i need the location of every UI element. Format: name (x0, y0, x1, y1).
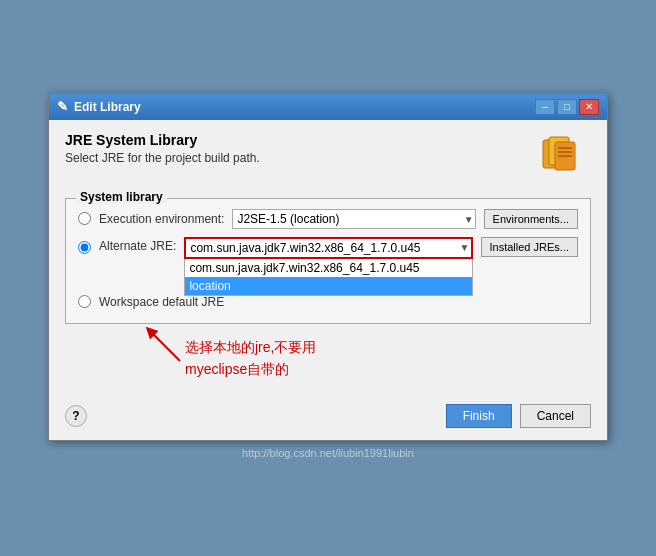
dropdown-option-2[interactable]: location (185, 277, 471, 295)
workspace-jre-radio[interactable] (78, 295, 91, 308)
alternate-jre-dropdown-arrow: ▼ (460, 242, 470, 253)
close-button[interactable]: ✕ (579, 99, 599, 115)
alternate-jre-row: Alternate JRE: com.sun.java.jdk7.win32.x… (78, 237, 578, 259)
group-label: System library (76, 190, 167, 204)
alternate-jre-label: Alternate JRE: (99, 239, 176, 253)
titlebar-icon: ✎ (57, 99, 68, 114)
workspace-jre-label: Workspace default JRE (99, 295, 224, 309)
annotation-text: 选择本地的jre,不要用 myeclipse自带的 (185, 336, 591, 381)
dialog-content: JRE System Library Select JRE for the pr… (49, 120, 607, 397)
alternate-jre-input[interactable]: com.sun.java.jdk7.win32.x86_64_1.7.0.u45… (184, 237, 472, 259)
header-text: JRE System Library Select JRE for the pr… (65, 132, 260, 165)
help-button[interactable]: ? (65, 405, 87, 427)
environments-button[interactable]: Environments... (484, 209, 578, 229)
alternate-jre-input-text: com.sun.java.jdk7.win32.x86_64_1.7.0.u45 (190, 241, 420, 255)
annotation-arrow (145, 326, 185, 369)
dialog-subtitle: Select JRE for the project build path. (65, 151, 260, 165)
alternate-jre-dropdown-list: com.sun.java.jdk7.win32.x86_64_1.7.0.u45… (184, 259, 472, 296)
annotation-line1: 选择本地的jre,不要用 (185, 336, 591, 358)
annotation-line2: myeclipse自带的 (185, 358, 591, 380)
edit-library-window: ✎ Edit Library – □ ✕ JRE System Library … (48, 93, 608, 442)
annotation-section: 选择本地的jre,不要用 myeclipse自带的 (185, 336, 591, 381)
execution-env-combo-wrapper: J2SE-1.5 (location) ▼ (232, 209, 475, 229)
system-library-group: System library Execution environment: J2… (65, 198, 591, 324)
minimize-button[interactable]: – (535, 99, 555, 115)
cancel-button[interactable]: Cancel (520, 404, 591, 428)
restore-button[interactable]: □ (557, 99, 577, 115)
dropdown-option-1[interactable]: com.sun.java.jdk7.win32.x86_64_1.7.0.u45 (185, 259, 471, 277)
installed-jres-button[interactable]: Installed JREs... (481, 237, 578, 257)
book-icon (539, 132, 591, 184)
dialog-title: JRE System Library (65, 132, 260, 148)
alternate-jre-radio[interactable] (78, 241, 91, 254)
watermark-text: http://blog.csdn.net/liubin1991liubin (242, 447, 414, 463)
execution-env-row: Execution environment: J2SE-1.5 (locatio… (78, 209, 578, 229)
titlebar-title: Edit Library (74, 100, 141, 114)
titlebar: ✎ Edit Library – □ ✕ (49, 94, 607, 120)
finish-button[interactable]: Finish (446, 404, 512, 428)
footer-left: ? (65, 405, 438, 427)
execution-env-label: Execution environment: (99, 212, 224, 226)
header-section: JRE System Library Select JRE for the pr… (65, 132, 591, 184)
workspace-jre-row: Workspace default JRE (78, 295, 578, 309)
execution-env-select[interactable]: J2SE-1.5 (location) (232, 209, 475, 229)
execution-env-radio[interactable] (78, 212, 91, 225)
alternate-jre-dropdown: com.sun.java.jdk7.win32.x86_64_1.7.0.u45… (184, 237, 472, 259)
dialog-footer: ? Finish Cancel (49, 396, 607, 440)
